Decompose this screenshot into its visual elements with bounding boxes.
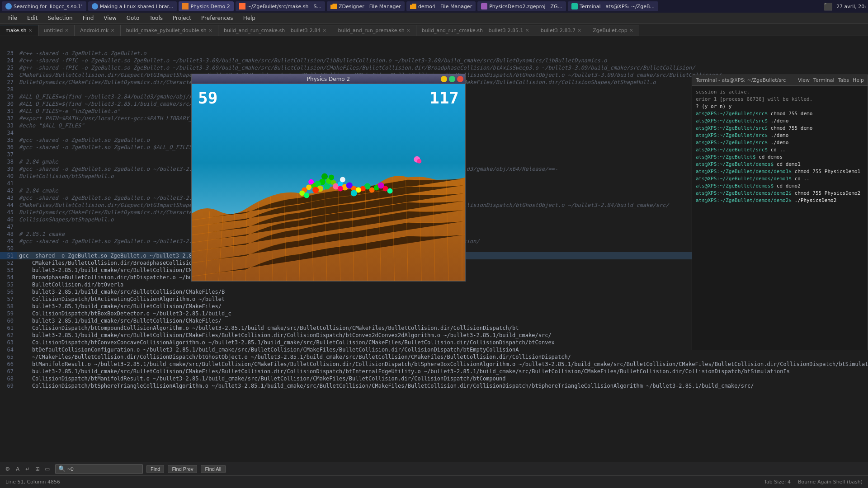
svg-point-44 <box>351 190 357 197</box>
browser-icon-2 <box>92 3 98 9</box>
svg-point-25 <box>324 183 330 190</box>
taskbar-item-physics[interactable]: Physics Demo 2 <box>179 1 233 11</box>
tab-makesh[interactable]: make.sh ✕ <box>0 25 38 36</box>
code-line-68: 68 CollisionDispatch/btManifoldResult.o … <box>0 375 868 382</box>
terminal-line: ats@XPS:~/ZgeBullet/src$ ./demo <box>696 117 864 125</box>
taskbar-item-sublime[interactable]: ~/ZgeBullet/src/make.sh - S... <box>236 1 325 11</box>
word-wrap-icon[interactable]: ↵ <box>24 465 32 473</box>
settings-icon[interactable]: ⚙ <box>4 465 12 473</box>
statusbar: Line 51, Column 4856 Tab Size: 4 Bourne … <box>0 475 868 488</box>
tab-build-cmake-py[interactable]: build_cmake_pybullet_double.sh ✕ <box>121 25 218 36</box>
terminal-line: ats@XPS:~/ZgeBullet/demos/demo1$ cd .. <box>696 175 864 183</box>
app-icon <box>481 3 487 9</box>
menu-edit[interactable]: Edit <box>23 14 42 22</box>
find-button[interactable]: Find <box>146 465 164 473</box>
terminal-menu-view[interactable]: View <box>798 77 810 83</box>
taskbar-item-label: demo4 - File Manager <box>418 4 472 9</box>
terminal-icon <box>182 3 189 9</box>
menu-preferences[interactable]: Preferences <box>197 14 238 22</box>
search-input-wrapper[interactable]: 🔍 <box>55 464 143 474</box>
tab-close-button[interactable]: ✕ <box>208 28 212 33</box>
tab-build-run-cmake851[interactable]: build_and_run_cmake.sh – bullet3-2.85.1 … <box>416 25 535 36</box>
code-line-23: 23 #c++ -shared -o ZgeBullet.o ZgeBullet… <box>0 50 868 57</box>
tab-close-button[interactable]: ✕ <box>525 28 529 33</box>
svg-point-27 <box>329 175 334 180</box>
terminal-line: ats@XPS:~/ZgeBullet/demos$ cd demo2 <box>696 183 864 190</box>
tab-bullet3-283[interactable]: bullet3-2.83.7 ✕ <box>535 25 587 36</box>
terminal-line: ats@XPS:~/ZgeBullet/demos/demo2$ chmod 7… <box>696 190 864 197</box>
taskbar-item-zgeproj[interactable]: PhysicsDemo2.zgeproj - ZG... <box>477 1 566 11</box>
close-button[interactable] <box>457 76 463 82</box>
menu-selection[interactable]: Selection <box>43 14 77 22</box>
taskbar-item-filemanager2[interactable]: demo4 - File Manager <box>406 1 476 11</box>
taskbar-system-tray: ⬛ 27 avril, 20: <box>824 2 866 11</box>
indent-icon[interactable]: ⊞ <box>33 465 42 473</box>
tab-untitled[interactable]: untitled ✕ <box>38 25 75 36</box>
physics-demo-window[interactable]: Physics Demo 2 59 117 <box>191 74 466 282</box>
tab-label: make.sh <box>5 28 26 33</box>
minimize-button[interactable] <box>441 76 447 82</box>
menu-find[interactable]: Find <box>78 14 99 22</box>
code-line-25: 25 #g++ -shared -fPIC -o ZgeBullet.so Zg… <box>0 64 868 71</box>
score-right: 117 <box>429 89 459 107</box>
tab-close-button[interactable]: ✕ <box>110 28 114 33</box>
svg-point-31 <box>312 187 319 193</box>
view-icon[interactable]: ▭ <box>43 465 52 473</box>
tab-label: ZgeBullet.cpp <box>593 28 627 33</box>
menu-project[interactable]: Project <box>168 14 196 22</box>
terminal-panel[interactable]: Terminal - ats@XPS: ~/ZgeBullet/src View… <box>692 75 868 350</box>
code-line-69: 69 CollisionDispatch/btSphereTriangleCol… <box>0 382 868 389</box>
font-size-icon[interactable]: A <box>14 465 22 473</box>
taskbar-item-label: Making a linux shared librar... <box>100 4 174 9</box>
find-prev-button[interactable]: Find Prev <box>168 465 197 473</box>
code-line-66: 66 btManifoldResult.o ~/bullet3-2.85.1/b… <box>0 361 868 368</box>
tab-build-run-cmake84[interactable]: build_and_run_cmake.sh – bullet3-2.84 ✕ <box>218 25 332 36</box>
taskbar-item-label: ~/ZgeBullet/src/make.sh - S... <box>247 4 321 9</box>
menu-goto[interactable]: Goto <box>122 14 144 22</box>
tab-androidmk[interactable]: Android.mk ✕ <box>75 25 120 36</box>
find-all-button[interactable]: Find All <box>201 465 225 473</box>
terminal-menu-help[interactable]: Help <box>853 77 864 83</box>
tab-close-button[interactable]: ✕ <box>65 28 69 33</box>
taskbar-item-search[interactable]: Searching for 'libgcc_s.so.1' <box>2 1 86 11</box>
terminal-line: ats@XPS:~/ZgeBullet/src$ cd .. <box>696 146 864 154</box>
terminal-titlebar: Terminal - ats@XPS: ~/ZgeBullet/src View… <box>692 75 868 86</box>
terminal-icon-2 <box>571 3 578 9</box>
terminal-line: ats@XPS:~/ZgeBullet/src$ ./demo <box>696 139 864 146</box>
search-icon: 🔍 <box>58 465 66 472</box>
terminal-line: ? (y or n) y <box>696 103 864 110</box>
tab-close-button[interactable]: ✕ <box>629 28 633 33</box>
terminal-line: ats@XPS:~/ZgeBullet/src$ chmod 755 demo <box>696 125 864 132</box>
taskbar-item-making[interactable]: Making a linux shared librar... <box>88 1 177 11</box>
window-controls <box>441 76 463 82</box>
terminal-menu-tabs[interactable]: Tabs <box>838 77 849 83</box>
tab-close-button[interactable]: ✕ <box>28 28 32 33</box>
tab-zgebullet[interactable]: ZgeBullet.cpp ✕ <box>587 25 639 36</box>
folder-icon-2 <box>410 4 416 9</box>
svg-point-38 <box>338 186 343 192</box>
menu-help[interactable]: Help <box>239 14 260 22</box>
physics-titlebar[interactable]: Physics Demo 2 <box>192 74 465 84</box>
svg-point-49 <box>387 188 393 194</box>
tab-build-run-premake[interactable]: build_and_run_premake.sh ✕ <box>332 25 416 36</box>
terminal-line: ats@XPS:~/ZgeBullet/demos/demo1$ chmod 7… <box>696 168 864 175</box>
menu-tools[interactable]: Tools <box>145 14 167 22</box>
menu-file[interactable]: File <box>4 14 22 22</box>
terminal-menu-terminal[interactable]: Terminal <box>813 77 835 83</box>
encoding: Bourne Again Shell (bash) <box>798 479 863 485</box>
terminal-content: session is active. erior 1 [process 6673… <box>692 86 868 350</box>
svg-point-37 <box>304 193 309 198</box>
tab-close-button[interactable]: ✕ <box>577 28 581 33</box>
menu-view[interactable]: View <box>99 14 121 22</box>
taskbar-item-filemanager1[interactable]: ZDesigner - File Manager <box>327 1 405 11</box>
taskbar-item-terminal[interactable]: Terminal - ats@XPS: ~/ZgeB... <box>568 1 658 11</box>
maximize-button[interactable] <box>449 76 455 82</box>
tab-close-button[interactable]: ✕ <box>322 28 326 33</box>
svg-point-52 <box>340 177 345 183</box>
taskbar-item-label: ZDesigner - File Manager <box>339 4 401 9</box>
terminal-line: ats@XPS:~/ZgeBullet/src$ ./demo <box>696 132 864 139</box>
tab-close-button[interactable]: ✕ <box>406 28 410 33</box>
cursor-position: Line 51, Column 4856 <box>5 479 60 485</box>
folder-icon <box>330 4 337 9</box>
search-input[interactable] <box>67 466 140 472</box>
